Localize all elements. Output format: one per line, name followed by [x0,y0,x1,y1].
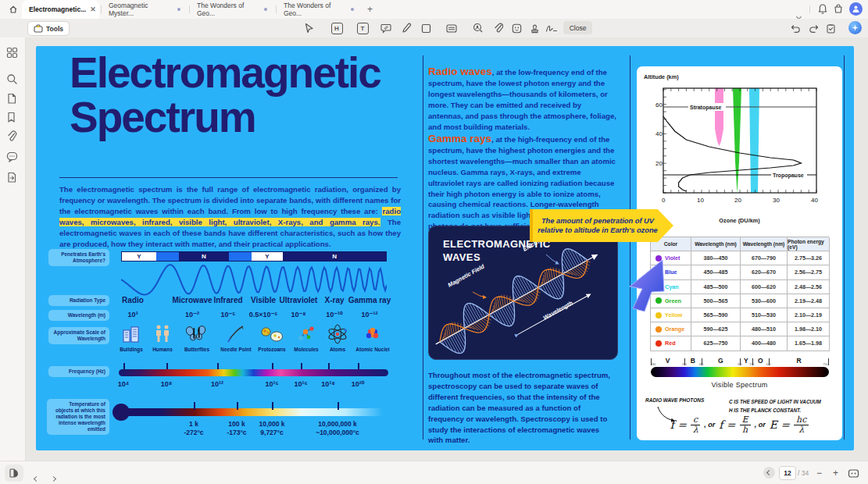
redo-button[interactable] [807,22,820,34]
attachments-panel-button[interactable] [6,130,19,143]
redo-icon [809,23,819,33]
collapse-controls-button[interactable] [763,467,775,479]
app-window: Electromagnetic... ✕ Geomagnetic Myster.… [0,0,868,484]
tab-close-icon[interactable]: ✕ [90,5,96,13]
wavelength-value: 10³ [127,311,138,319]
shape-tool-button[interactable] [420,22,432,34]
atmosphere-penetration-bar: Y N Y N [121,251,387,262]
page-view-button[interactable] [5,464,23,482]
zoom-in-button[interactable]: + [833,468,838,479]
temperature-origin-dot [113,404,130,421]
tab-separator [189,5,190,13]
pdf-page: Electromagnetic Spectrum The electromagn… [36,46,854,450]
temperature-value: 100 k-173°c [227,420,246,437]
bookmarks-panel-button[interactable] [6,112,19,124]
radiation-type: Infrared [213,296,242,304]
poster-title: Electromagnetic Spectrum [70,51,380,140]
table-row-color: Orange [651,322,691,336]
frequency-value: 10¹² [211,380,223,388]
frequency-wave-graphic [121,262,387,297]
y-tick: 60 [655,101,663,109]
undo-button[interactable] [789,22,802,34]
tab-geomagnetic[interactable]: Geomagnetic Myster... [102,0,188,19]
x-tick: 30 [773,197,780,204]
radio-photons-note: RADIO WAVE PHOTONS [645,397,704,403]
frequency-label: Frequency (Hz) [48,366,109,377]
highlight-section-button[interactable] [445,22,458,34]
photon-formulas: f = cλ , or f = Eh , or E = hcλ [637,415,842,434]
signature-icon [545,23,558,34]
thumbnail-panel-button[interactable] [6,47,19,59]
pen-tool-button[interactable] [400,22,413,34]
toolbox-icon [34,24,43,33]
scale-item-label: Needle Point [220,347,251,352]
new-tab-button[interactable]: + [367,4,373,15]
close-button[interactable]: Close [563,21,592,34]
paperclip-icon [6,130,17,142]
store-button[interactable] [833,3,844,18]
table-header: Wavelength (nm) [691,237,741,251]
home-button[interactable] [5,2,21,16]
user-avatar[interactable] [849,2,863,16]
page-flip-icon [9,468,20,479]
notifications-button[interactable] [817,3,828,18]
search-icon [6,73,18,85]
unsaved-dot-icon [264,8,267,11]
comments-panel-button[interactable] [6,151,19,164]
magnetic-field-label: Magnetic Field [447,262,486,288]
stamp-tool-button[interactable] [528,22,541,34]
ai-assistant-button[interactable] [848,21,862,34]
text-tool-button[interactable]: T [356,22,369,34]
save-button[interactable] [824,22,837,34]
pages-panel-button[interactable] [6,93,19,105]
redact-tool-button[interactable] [472,22,484,34]
paperclip-icon [494,23,503,34]
tab-label: The Wonders of Geo... [197,2,260,17]
radio-waves-paragraph: Radio waves, at the low-frequency end of… [428,66,618,132]
attach-tool-button[interactable] [492,22,505,34]
tab-electromagnetic[interactable]: Electromagnetic... ✕ [22,0,99,19]
sparkle-icon [852,24,859,31]
tab-separator [809,5,810,13]
scale-item-label: Protozoans [258,347,285,352]
uv-callout-annotation[interactable]: The amount of penetration of UV relative… [530,209,673,242]
chat-icon [6,151,18,162]
frequency-value: 10¹⁵ [265,380,278,388]
atomic-nuclei-icon [363,324,383,344]
tab-bar: Electromagnetic... ✕ Geomagnetic Myster.… [0,0,868,19]
radio-waves-heading: Radio waves [428,66,492,77]
document-canvas[interactable]: Electromagnetic Spectrum The electromagn… [26,37,868,461]
humans-icon [153,324,172,344]
prev-page-button[interactable] [34,470,38,484]
next-page-button[interactable] [52,470,55,484]
fit-width-button[interactable] [848,468,859,482]
page-icon [6,93,17,105]
tab-wonders-1[interactable]: The Wonders of Geo... [190,0,274,19]
gamma-rays-heading: Gamma rays [428,133,491,144]
heading-tool-button[interactable]: H [330,22,343,34]
title-rule [59,177,398,178]
color-dot [655,326,662,333]
scale-item-label: Butterflies [184,347,209,352]
person-search-icon [473,23,484,34]
search-panel-button[interactable] [6,73,19,86]
fit-screen-icon [848,468,859,479]
export-panel-button[interactable] [6,172,19,184]
wavelength-value: 10⁻⁵ [221,311,236,319]
radiation-type: Microwave [172,296,212,304]
sticker-tool-button[interactable] [510,22,523,34]
temperature-value: 10,000,000 k~10,000,000°c [316,420,359,437]
annotation-toolbar: Tools H T [0,19,868,38]
zoom-out-button[interactable]: − [816,468,822,479]
tab-wonders-2[interactable]: The Wonders of Geo... [277,0,361,19]
scale-item-label: Buildings [120,347,143,352]
radiation-type: X-ray [324,296,344,304]
comment-tool-button[interactable] [380,22,392,34]
x-tick: 0 [662,197,666,204]
select-tool-button[interactable] [302,22,315,34]
blue-arrow-annotation[interactable] [623,257,666,313]
page-number-input[interactable]: 12 [779,466,796,480]
tools-button[interactable]: Tools [27,21,70,36]
signature-tool-button[interactable] [545,22,558,34]
sticker-face-icon [512,23,522,34]
